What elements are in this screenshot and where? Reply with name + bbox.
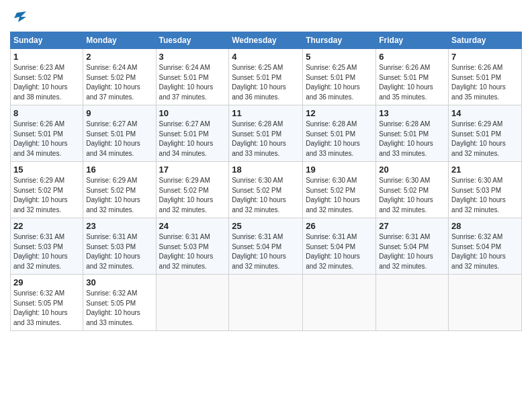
day-info: Sunrise: 6:28 AM Sunset: 5:01 PM Dayligh…	[379, 120, 445, 158]
calendar-week-row: 15Sunrise: 6:29 AM Sunset: 5:02 PM Dayli…	[11, 162, 522, 218]
day-info: Sunrise: 6:23 AM Sunset: 5:02 PM Dayligh…	[13, 63, 80, 102]
day-number: 2	[86, 52, 152, 62]
day-number: 25	[232, 221, 300, 231]
day-info: Sunrise: 6:27 AM Sunset: 5:01 PM Dayligh…	[159, 120, 226, 158]
calendar-cell	[449, 275, 522, 331]
day-info: Sunrise: 6:32 AM Sunset: 5:05 PM Dayligh…	[13, 289, 80, 328]
calendar-cell: 6Sunrise: 6:26 AM Sunset: 5:01 PM Daylig…	[376, 49, 449, 105]
day-number: 5	[306, 52, 373, 62]
calendar-cell: 16Sunrise: 6:29 AM Sunset: 5:02 PM Dayli…	[83, 162, 156, 218]
calendar-week-row: 29Sunrise: 6:32 AM Sunset: 5:05 PM Dayli…	[11, 275, 522, 331]
weekday-header-saturday: Saturday	[449, 32, 522, 49]
calendar-cell: 30Sunrise: 6:32 AM Sunset: 5:05 PM Dayli…	[83, 275, 156, 331]
calendar-cell: 2Sunrise: 6:24 AM Sunset: 5:02 PM Daylig…	[83, 49, 156, 105]
day-number: 14	[451, 108, 519, 118]
day-info: Sunrise: 6:31 AM Sunset: 5:03 PM Dayligh…	[86, 232, 152, 271]
day-info: Sunrise: 6:31 AM Sunset: 5:04 PM Dayligh…	[379, 232, 445, 271]
calendar-cell: 18Sunrise: 6:30 AM Sunset: 5:02 PM Dayli…	[229, 162, 303, 218]
calendar-cell: 15Sunrise: 6:29 AM Sunset: 5:02 PM Dayli…	[11, 162, 83, 218]
calendar-cell: 17Sunrise: 6:29 AM Sunset: 5:02 PM Dayli…	[156, 162, 229, 218]
calendar-header-row: SundayMondayTuesdayWednesdayThursdayFrid…	[11, 32, 522, 49]
day-number: 19	[306, 165, 373, 175]
day-info: Sunrise: 6:31 AM Sunset: 5:03 PM Dayligh…	[159, 232, 226, 271]
weekday-header-wednesday: Wednesday	[229, 32, 303, 49]
day-info: Sunrise: 6:25 AM Sunset: 5:01 PM Dayligh…	[232, 63, 300, 102]
weekday-header-monday: Monday	[83, 32, 156, 49]
day-number: 15	[13, 165, 80, 175]
day-info: Sunrise: 6:30 AM Sunset: 5:02 PM Dayligh…	[379, 176, 445, 215]
day-number: 20	[379, 165, 445, 175]
day-info: Sunrise: 6:29 AM Sunset: 5:02 PM Dayligh…	[159, 176, 226, 215]
day-info: Sunrise: 6:26 AM Sunset: 5:01 PM Dayligh…	[451, 63, 519, 102]
weekday-header-tuesday: Tuesday	[156, 32, 229, 49]
day-number: 29	[13, 277, 80, 287]
day-info: Sunrise: 6:25 AM Sunset: 5:01 PM Dayligh…	[306, 63, 373, 102]
day-info: Sunrise: 6:31 AM Sunset: 5:04 PM Dayligh…	[232, 232, 300, 271]
calendar-week-row: 22Sunrise: 6:31 AM Sunset: 5:03 PM Dayli…	[11, 218, 522, 275]
day-info: Sunrise: 6:31 AM Sunset: 5:04 PM Dayligh…	[306, 232, 373, 271]
day-number: 28	[451, 221, 519, 231]
calendar-cell: 19Sunrise: 6:30 AM Sunset: 5:02 PM Dayli…	[303, 162, 376, 218]
calendar-cell: 11Sunrise: 6:28 AM Sunset: 5:01 PM Dayli…	[229, 105, 303, 162]
calendar-cell: 5Sunrise: 6:25 AM Sunset: 5:01 PM Daylig…	[303, 49, 376, 105]
calendar-cell: 13Sunrise: 6:28 AM Sunset: 5:01 PM Dayli…	[376, 105, 449, 162]
day-number: 10	[159, 108, 226, 118]
day-info: Sunrise: 6:24 AM Sunset: 5:02 PM Dayligh…	[86, 63, 152, 102]
weekday-header-thursday: Thursday	[303, 32, 376, 49]
calendar-cell	[376, 275, 449, 331]
calendar-cell: 23Sunrise: 6:31 AM Sunset: 5:03 PM Dayli…	[83, 218, 156, 275]
calendar-cell: 14Sunrise: 6:29 AM Sunset: 5:01 PM Dayli…	[449, 105, 522, 162]
page-container: SundayMondayTuesdayWednesdayThursdayFrid…	[0, 0, 532, 411]
day-info: Sunrise: 6:26 AM Sunset: 5:01 PM Dayligh…	[13, 120, 80, 158]
day-info: Sunrise: 6:30 AM Sunset: 5:02 PM Dayligh…	[232, 176, 300, 215]
day-number: 6	[379, 52, 445, 62]
calendar-cell: 26Sunrise: 6:31 AM Sunset: 5:04 PM Dayli…	[303, 218, 376, 275]
day-info: Sunrise: 6:29 AM Sunset: 5:02 PM Dayligh…	[86, 176, 152, 215]
logo	[10, 10, 26, 25]
day-number: 30	[86, 277, 152, 287]
day-number: 23	[86, 221, 152, 231]
day-number: 7	[451, 52, 519, 62]
day-number: 8	[13, 108, 80, 118]
calendar-cell: 4Sunrise: 6:25 AM Sunset: 5:01 PM Daylig…	[229, 49, 303, 105]
calendar-cell: 27Sunrise: 6:31 AM Sunset: 5:04 PM Dayli…	[376, 218, 449, 275]
day-number: 24	[159, 221, 226, 231]
day-number: 9	[86, 108, 152, 118]
day-info: Sunrise: 6:30 AM Sunset: 5:03 PM Dayligh…	[451, 176, 519, 215]
day-info: Sunrise: 6:28 AM Sunset: 5:01 PM Dayligh…	[232, 120, 300, 158]
calendar-cell	[156, 275, 229, 331]
day-info: Sunrise: 6:26 AM Sunset: 5:01 PM Dayligh…	[379, 63, 445, 102]
day-number: 1	[13, 52, 80, 62]
svg-marker-0	[14, 11, 26, 22]
calendar-cell: 12Sunrise: 6:28 AM Sunset: 5:01 PM Dayli…	[303, 105, 376, 162]
day-number: 12	[306, 108, 373, 118]
day-info: Sunrise: 6:29 AM Sunset: 5:01 PM Dayligh…	[451, 120, 519, 158]
calendar-cell: 22Sunrise: 6:31 AM Sunset: 5:03 PM Dayli…	[11, 218, 83, 275]
weekday-header-sunday: Sunday	[11, 32, 83, 49]
day-info: Sunrise: 6:32 AM Sunset: 5:05 PM Dayligh…	[86, 289, 152, 328]
day-number: 13	[379, 108, 445, 118]
calendar-cell: 29Sunrise: 6:32 AM Sunset: 5:05 PM Dayli…	[11, 275, 83, 331]
day-number: 16	[86, 165, 152, 175]
day-number: 3	[159, 52, 226, 62]
calendar-cell: 24Sunrise: 6:31 AM Sunset: 5:03 PM Dayli…	[156, 218, 229, 275]
day-number: 17	[159, 165, 226, 175]
calendar-table: SundayMondayTuesdayWednesdayThursdayFrid…	[10, 32, 522, 331]
calendar-cell: 25Sunrise: 6:31 AM Sunset: 5:04 PM Dayli…	[229, 218, 303, 275]
calendar-cell: 21Sunrise: 6:30 AM Sunset: 5:03 PM Dayli…	[449, 162, 522, 218]
calendar-cell: 10Sunrise: 6:27 AM Sunset: 5:01 PM Dayli…	[156, 105, 229, 162]
calendar-cell: 28Sunrise: 6:32 AM Sunset: 5:04 PM Dayli…	[449, 218, 522, 275]
day-info: Sunrise: 6:24 AM Sunset: 5:01 PM Dayligh…	[159, 63, 226, 102]
day-info: Sunrise: 6:27 AM Sunset: 5:01 PM Dayligh…	[86, 120, 152, 158]
calendar-week-row: 1Sunrise: 6:23 AM Sunset: 5:02 PM Daylig…	[11, 49, 522, 105]
day-number: 21	[451, 165, 519, 175]
day-info: Sunrise: 6:32 AM Sunset: 5:04 PM Dayligh…	[451, 232, 519, 271]
calendar-week-row: 8Sunrise: 6:26 AM Sunset: 5:01 PM Daylig…	[11, 105, 522, 162]
header	[10, 10, 522, 25]
calendar-cell: 9Sunrise: 6:27 AM Sunset: 5:01 PM Daylig…	[83, 105, 156, 162]
calendar-cell: 20Sunrise: 6:30 AM Sunset: 5:02 PM Dayli…	[376, 162, 449, 218]
day-number: 11	[232, 108, 300, 118]
calendar-cell: 8Sunrise: 6:26 AM Sunset: 5:01 PM Daylig…	[11, 105, 83, 162]
day-number: 18	[232, 165, 300, 175]
day-number: 26	[306, 221, 373, 231]
